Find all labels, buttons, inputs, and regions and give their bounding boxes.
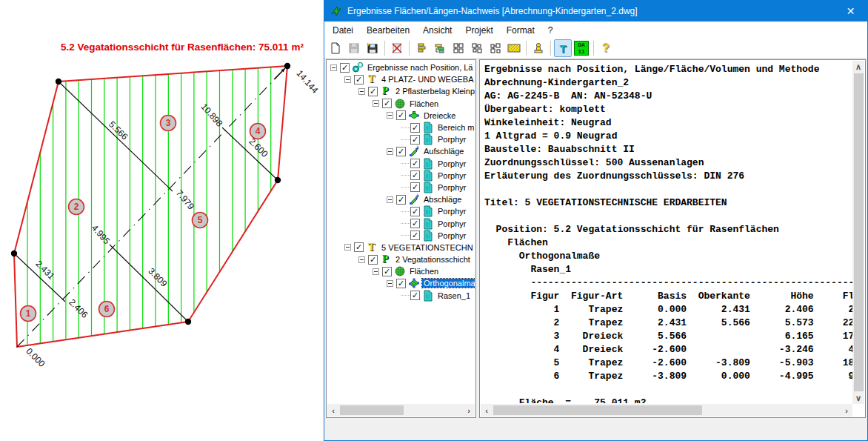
list-view-button[interactable] [413, 39, 430, 57]
collapse-icon[interactable] [387, 148, 393, 155]
menu-item-datei[interactable]: Datei [326, 23, 360, 38]
tree-item-label[interactable]: Flächen [408, 99, 440, 108]
scroll-left-icon[interactable]: ‹ [481, 405, 493, 417]
tree-checkbox[interactable]: ✓ [396, 279, 406, 288]
tree-item-label[interactable]: Dreiecke [422, 111, 457, 120]
collapse-icon[interactable] [373, 100, 379, 107]
structure-view2-button[interactable] [468, 39, 486, 57]
tree-checkbox[interactable]: ✓ [382, 267, 392, 276]
tree-checkbox[interactable]: ✓ [354, 242, 364, 252]
tree-checkbox[interactable]: ✓ [396, 147, 406, 156]
tree-checkbox[interactable]: ✓ [396, 195, 406, 205]
tree-item[interactable]: ✓Porphyr [327, 170, 475, 182]
tree-item[interactable]: ✓Porphyr [327, 217, 475, 229]
tree-item[interactable]: ✓Bereich m [327, 122, 475, 133]
tree-item[interactable]: ✓Porphyr [327, 133, 475, 145]
tree-item-label[interactable]: 2 Vegatationsschicht [394, 255, 472, 264]
tree-checkbox[interactable]: ✓ [410, 135, 420, 145]
menu-item-?[interactable]: ? [541, 23, 560, 38]
collapse-icon[interactable] [358, 256, 365, 263]
tree-item[interactable]: ✓PP2 Pflasterbelag Kleinp [327, 85, 475, 97]
tree-item-label[interactable]: Aufschläge [422, 147, 465, 156]
tree-item-label[interactable]: 2 Pflasterbelag Kleinp [394, 87, 475, 96]
structure-view-button[interactable] [450, 39, 467, 57]
help-button[interactable]: ? [597, 39, 615, 57]
menu-item-projekt[interactable]: Projekt [458, 23, 499, 38]
tree-item[interactable]: ✓±Abschläge [327, 193, 475, 205]
results-viewport[interactable]: Ergebnisse nach Position, Länge/Fläche/V… [481, 62, 852, 403]
collapse-icon[interactable] [373, 268, 379, 275]
tree-item-label[interactable]: Porphyr [436, 135, 468, 144]
tree-item-label[interactable]: 5 VEGETATIONSTECHN [380, 243, 475, 252]
menu-item-format[interactable]: Format [500, 23, 541, 38]
save-button-disabled[interactable] [345, 39, 363, 57]
collapse-icon[interactable] [387, 280, 393, 287]
tree-item[interactable]: ✓±Aufschläge [327, 145, 475, 157]
scroll-down-icon[interactable]: ∨ [852, 392, 864, 404]
tree-item[interactable]: ✓Ergebnisse nach Position, Lä [327, 62, 475, 73]
tree-item[interactable]: ✓TT4 PLATZ- UND WEGEBA [327, 73, 475, 85]
tree-item-label[interactable]: Porphyr [436, 159, 468, 168]
tree-item[interactable]: ✓Rasen_1 [327, 290, 475, 302]
scroll-right-icon[interactable]: › [841, 405, 852, 417]
tree-checkbox[interactable]: ✓ [410, 207, 420, 216]
results-horizontal-scrollbar[interactable]: ‹ › [481, 404, 852, 417]
tree-checkbox[interactable]: ✓ [410, 219, 420, 228]
tree-checkbox[interactable]: ✓ [396, 110, 406, 120]
scroll-right-icon[interactable]: › [463, 405, 475, 417]
da11-export-button[interactable]: DA11 [572, 39, 590, 57]
scrollbar-thumb[interactable] [493, 405, 702, 415]
tree-item-label[interactable]: Porphyr [436, 171, 468, 180]
collapse-icon[interactable] [387, 112, 393, 119]
scroll-up-icon[interactable]: ∧ [852, 61, 864, 73]
tree-item-label[interactable]: Bereich m [436, 123, 475, 132]
tree-item[interactable]: ✓Flächen [327, 265, 475, 277]
tree-horizontal-scrollbar[interactable]: ‹ › [327, 404, 475, 417]
tree-item-label[interactable]: 4 PLATZ- UND WEGEBA [380, 75, 475, 84]
tree-checkbox[interactable]: ✓ [410, 170, 420, 180]
delete-results-button[interactable] [388, 39, 406, 57]
menu-item-ansicht[interactable]: Ansicht [416, 23, 458, 38]
tree-checkbox[interactable]: ✓ [368, 255, 378, 265]
stamp-button[interactable] [530, 39, 547, 57]
new-document-button[interactable] [327, 39, 344, 57]
tree-checkbox[interactable]: ✓ [410, 182, 420, 192]
tree-checkbox[interactable]: ✓ [382, 99, 392, 108]
tree-checkbox[interactable]: ✓ [354, 75, 364, 84]
tree-item[interactable]: ✓Porphyr [327, 182, 475, 193]
tree-item[interactable]: ✓Orthogonalma [327, 277, 475, 289]
tree-item-label[interactable]: Porphyr [436, 231, 468, 240]
save-as-button[interactable] [364, 39, 381, 57]
collapse-icon[interactable] [358, 88, 365, 95]
tree-checkbox[interactable]: ✓ [368, 87, 378, 96]
text-results-toggle-button[interactable]: T [554, 39, 572, 57]
collapse-icon[interactable] [387, 196, 393, 203]
collapse-icon[interactable] [344, 76, 351, 83]
collapse-icon[interactable] [344, 244, 351, 251]
tree-item-label[interactable]: Porphyr [436, 219, 468, 228]
hatch-area-button[interactable] [505, 39, 523, 57]
scroll-left-icon[interactable]: ‹ [327, 405, 339, 417]
tree-item[interactable]: ✓Porphyr [327, 205, 475, 217]
tree-item[interactable]: ✓Porphyr [327, 230, 475, 242]
sorted-list-button[interactable] [431, 39, 449, 57]
tree-item[interactable]: ✓Flächen [327, 98, 475, 110]
menu-item-bearbeiten[interactable]: Bearbeiten [360, 23, 416, 38]
close-button[interactable]: ✕ [834, 0, 867, 21]
structure-view3-button[interactable] [487, 39, 504, 57]
tree-checkbox[interactable]: ✓ [410, 123, 420, 133]
tree-item-label[interactable]: Porphyr [436, 183, 468, 192]
tree-checkbox[interactable]: ✓ [410, 291, 420, 300]
tree-checkbox[interactable]: ✓ [340, 63, 350, 73]
results-vertical-scrollbar[interactable]: ∧ ∨ [852, 61, 864, 404]
tree-item-label[interactable]: Porphyr [436, 207, 468, 216]
scrollbar-thumb[interactable] [854, 73, 864, 391]
tree-item-label[interactable]: Ergebnisse nach Position, Lä [366, 63, 474, 72]
tree-item-label[interactable]: Orthogonalma [422, 279, 475, 288]
collapse-icon[interactable] [330, 64, 337, 71]
tree-item[interactable]: ✓Dreiecke [327, 110, 475, 122]
tree-checkbox[interactable]: ✓ [410, 159, 420, 168]
tree-item-label[interactable]: Rasen_1 [436, 291, 472, 300]
tree-item-label[interactable]: Abschläge [422, 195, 463, 204]
tree-item[interactable]: ✓Porphyr [327, 158, 475, 170]
